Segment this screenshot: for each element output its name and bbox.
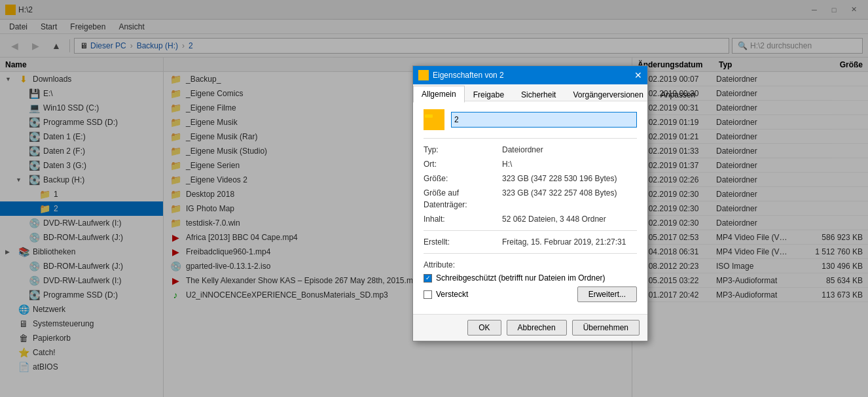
modal-folder-icon [418, 70, 429, 80]
folder-name-input[interactable] [451, 112, 637, 128]
checkbox-versteckt-row: Versteckt Erweitert... [424, 286, 637, 302]
modal-field-groesse: Größe: 323 GB (347 228 530 196 Bytes) [424, 173, 637, 184]
modal-attribute-label: Attribute: [424, 259, 637, 271]
separator2 [424, 230, 637, 231]
modal-close-button[interactable]: ✕ [634, 70, 642, 80]
checkbox-schreibgeschuetzt-row: ✓ Schreibgeschützt (betrifft nur Dateien… [424, 273, 637, 283]
separator3 [424, 253, 637, 254]
uebernehmen-button[interactable]: Übernehmen [572, 320, 640, 336]
tab-anpassen[interactable]: Anpassen [652, 86, 704, 103]
modal-field-inhalt: Inhalt: 52 062 Dateien, 3 448 Ordner [424, 213, 637, 225]
modal-title: Eigenschaften von 2 [433, 71, 504, 80]
separator [424, 138, 637, 139]
modal-body: Typ: Dateiordner Ort: H:\ Größe: 323 GB … [413, 101, 647, 314]
tab-allgemein[interactable]: Allgemein [413, 86, 465, 103]
modal-field-groesse-auf: Größe auf Datenträger: 323 GB (347 322 2… [424, 187, 637, 211]
folder-icon-large [424, 109, 444, 130]
modal-name-row [424, 109, 637, 130]
tab-vorgaenger[interactable]: Vorgängerversionen [564, 86, 651, 103]
modal-overlay: Eigenschaften von 2 ✕ Allgemein Freigabe… [0, 0, 868, 397]
abbrechen-button[interactable]: Abbrechen [507, 320, 567, 336]
svg-rect-1 [425, 114, 433, 118]
checkbox-schreibgeschuetzt[interactable]: ✓ [424, 274, 432, 283]
checkbox-versteckt-label: Versteckt [436, 290, 468, 299]
modal-field-erstellt: Erstellt: Freitag, 15. Februar 2019, 21:… [424, 236, 637, 248]
modal-tabs: Allgemein Freigabe Sicherheit Vorgängerv… [413, 84, 647, 101]
tab-freigabe[interactable]: Freigabe [465, 86, 513, 103]
modal-field-ort: Ort: H:\ [424, 158, 637, 170]
ok-button[interactable]: OK [467, 320, 501, 336]
checkbox-versteckt[interactable] [424, 290, 432, 299]
erweitert-button[interactable]: Erweitert... [577, 286, 637, 302]
modal-field-typ: Typ: Dateiordner [424, 144, 637, 156]
modal-title-bar: Eigenschaften von 2 ✕ [413, 66, 647, 84]
modal-footer: OK Abbrechen Übernehmen [413, 314, 647, 341]
tab-sicherheit[interactable]: Sicherheit [513, 86, 564, 103]
properties-dialog: Eigenschaften von 2 ✕ Allgemein Freigabe… [412, 65, 648, 341]
checkbox-schreibgeschuetzt-label: Schreibgeschützt (betrifft nur Dateien i… [436, 273, 606, 283]
